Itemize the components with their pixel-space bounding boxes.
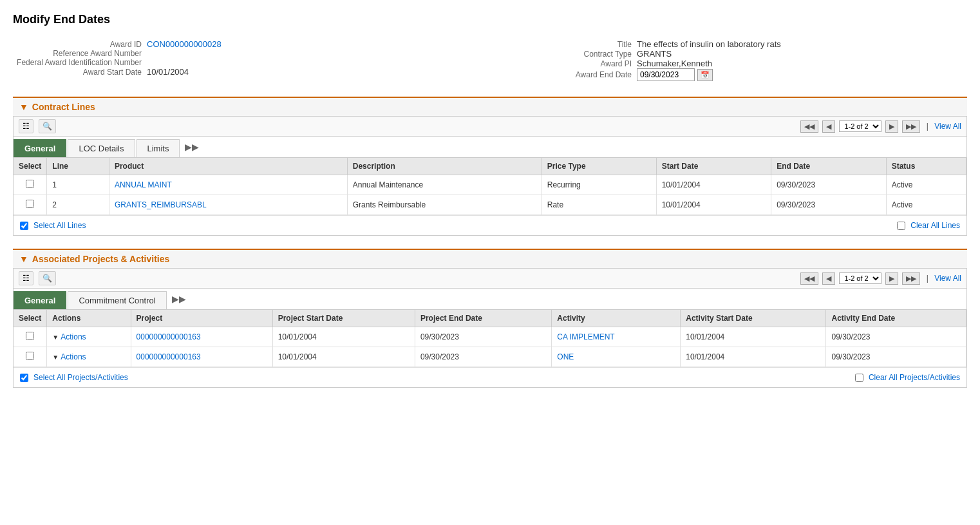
federal-award-label: Federal Award Identification Number	[13, 58, 142, 67]
actions-dropdown-icon: ▼	[52, 334, 59, 341]
ap-col-activity-start: Activity Start Date	[681, 310, 826, 327]
row-start-date: 10/01/2004	[656, 195, 771, 215]
contract-type-row: Contract Type GRANTS	[503, 49, 967, 59]
actions-dropdown-icon: ▼	[52, 354, 59, 361]
ap-row-select-cell	[14, 347, 47, 367]
row-line: 1	[47, 175, 109, 195]
col-description: Description	[347, 158, 542, 175]
ap-tab-commitment-control[interactable]: Commitment Control	[68, 291, 166, 309]
title-label: Title	[503, 40, 632, 49]
col-status: Status	[886, 158, 966, 175]
ap-row-project[interactable]: 000000000000163	[131, 327, 272, 347]
ap-row-activity-end: 09/30/2023	[826, 327, 966, 347]
grid-settings-icon[interactable]: ☷	[19, 119, 33, 133]
contract-lines-clear-all-link[interactable]: Clear All Lines	[910, 221, 960, 230]
row-price-type: Rate	[542, 195, 656, 215]
start-date-row: Award Start Date 10/01/2004	[13, 67, 477, 77]
row-select-checkbox[interactable]	[26, 180, 34, 188]
associated-projects-collapse-icon: ▼	[19, 254, 28, 264]
col-price-type: Price Type	[542, 158, 656, 175]
ap-page-select[interactable]: 1-2 of 2	[839, 272, 881, 284]
ap-row-select-checkbox[interactable]	[26, 332, 34, 340]
ap-search-icon[interactable]: 🔍	[39, 271, 56, 285]
ap-prev-page-button[interactable]: ◀	[822, 272, 835, 285]
actions-button[interactable]: ▼ Actions	[52, 332, 86, 341]
contract-lines-header[interactable]: ▼ Contract Lines	[13, 97, 967, 116]
ref-award-row: Reference Award Number	[13, 49, 477, 58]
actions-label: Actions	[61, 332, 86, 341]
next-page-button[interactable]: ▶	[885, 120, 898, 133]
ap-row-project[interactable]: 000000000000163	[131, 347, 272, 367]
table-row: 1 ANNUAL MAINT Annual Maintenance Recurr…	[14, 175, 966, 195]
row-start-date: 10/01/2004	[656, 175, 771, 195]
associated-projects-header[interactable]: ▼ Associated Projects & Activities	[13, 249, 967, 268]
contract-lines-select-all-link[interactable]: Select All Lines	[33, 221, 86, 230]
actions-button[interactable]: ▼ Actions	[52, 352, 86, 361]
actions-label: Actions	[61, 352, 86, 361]
ap-next-page-button[interactable]: ▶	[885, 272, 898, 285]
associated-projects-select-all-link[interactable]: Select All Projects/Activities	[33, 373, 128, 382]
col-select: Select	[14, 158, 47, 175]
end-date-label: Award End Date	[503, 70, 632, 79]
contract-lines-select-all-checkbox[interactable]	[20, 222, 28, 230]
row-product[interactable]: ANNUAL MAINT	[109, 175, 347, 195]
federal-award-row: Federal Award Identification Number	[13, 58, 477, 67]
ap-row-select-checkbox[interactable]	[26, 352, 34, 360]
tab-loc-details[interactable]: LOC Details	[68, 139, 135, 157]
ap-row-project-end: 09/30/2023	[415, 347, 551, 367]
ap-row-activity[interactable]: ONE	[552, 347, 681, 367]
end-date-input-wrapper: 📅	[637, 68, 713, 81]
ap-row-select-cell	[14, 327, 47, 347]
ap-first-page-button[interactable]: ◀◀	[800, 272, 818, 285]
award-id-value[interactable]: CON000000000028	[147, 39, 221, 49]
ap-row-actions-cell: ▼ Actions	[47, 347, 131, 367]
ap-last-page-button[interactable]: ▶▶	[902, 272, 920, 285]
ap-col-actions: Actions	[47, 310, 131, 327]
associated-projects-clear-all-link[interactable]: Clear All Projects/Activities	[869, 373, 960, 382]
associated-projects-view-all[interactable]: View All	[934, 274, 961, 283]
col-start-date: Start Date	[656, 158, 771, 175]
award-pi-value: Schumaker,Kenneth	[637, 59, 712, 68]
contract-lines-view-all[interactable]: View All	[934, 122, 961, 131]
tabs-expand-icon[interactable]: ▶▶	[181, 139, 203, 155]
contract-lines-toolbar-right: ◀◀ ◀ 1-2 of 2 ▶ ▶▶ | View All	[800, 120, 961, 133]
contract-lines-search-icon[interactable]: 🔍	[39, 119, 56, 133]
associated-projects-tabs: General Commitment Control ▶▶	[14, 289, 966, 310]
associated-projects-toolbar-right: ◀◀ ◀ 1-2 of 2 ▶ ▶▶ | View All	[800, 272, 961, 285]
start-date-value: 10/01/2004	[147, 67, 189, 77]
prev-page-button[interactable]: ◀	[822, 120, 835, 133]
ref-award-label: Reference Award Number	[13, 49, 142, 58]
last-page-button[interactable]: ▶▶	[902, 120, 920, 133]
ap-row-activity[interactable]: CA IMPLEMENT	[552, 327, 681, 347]
ap-row-project-start: 10/01/2004	[272, 327, 415, 347]
row-product[interactable]: GRANTS_REIMBURSABL	[109, 195, 347, 215]
associated-projects-clear-all-checkbox[interactable]	[855, 374, 863, 382]
row-end-date: 09/30/2023	[771, 175, 886, 195]
ap-row-actions-cell: ▼ Actions	[47, 327, 131, 347]
ap-grid-settings-icon[interactable]: ☷	[19, 271, 33, 285]
row-end-date: 09/30/2023	[771, 195, 886, 215]
award-id-row: Award ID CON000000000028	[13, 39, 477, 49]
ap-tab-general[interactable]: General	[14, 291, 66, 309]
tab-limits[interactable]: Limits	[137, 139, 180, 157]
contract-lines-clear-all-checkbox[interactable]	[897, 222, 905, 230]
end-date-calendar-button[interactable]: 📅	[697, 69, 713, 81]
award-left-col: Award ID CON000000000028 Reference Award…	[13, 39, 477, 81]
contract-lines-collapse-icon: ▼	[19, 102, 28, 112]
table-row: ▼ Actions 000000000000163 10/01/2004 09/…	[14, 327, 966, 347]
ap-col-project-end: Project End Date	[415, 310, 551, 327]
row-select-checkbox[interactable]	[26, 200, 34, 208]
page-select[interactable]: 1-2 of 2	[839, 120, 881, 132]
ap-tabs-expand-icon[interactable]: ▶▶	[168, 291, 190, 307]
tab-general[interactable]: General	[14, 139, 66, 157]
title-row: Title The effects of insulin on laborato…	[503, 39, 967, 49]
first-page-button[interactable]: ◀◀	[800, 120, 818, 133]
award-pi-label: Award PI	[503, 59, 632, 68]
ap-row-activity-end: 09/30/2023	[826, 347, 966, 367]
ap-col-activity: Activity	[552, 310, 681, 327]
contract-type-label: Contract Type	[503, 50, 632, 59]
end-date-input[interactable]	[637, 68, 695, 81]
ap-col-project: Project	[131, 310, 272, 327]
contract-lines-grid: ☷ 🔍 ◀◀ ◀ 1-2 of 2 ▶ ▶▶ | View All Genera…	[13, 116, 967, 236]
associated-projects-select-all-checkbox[interactable]	[20, 374, 28, 382]
